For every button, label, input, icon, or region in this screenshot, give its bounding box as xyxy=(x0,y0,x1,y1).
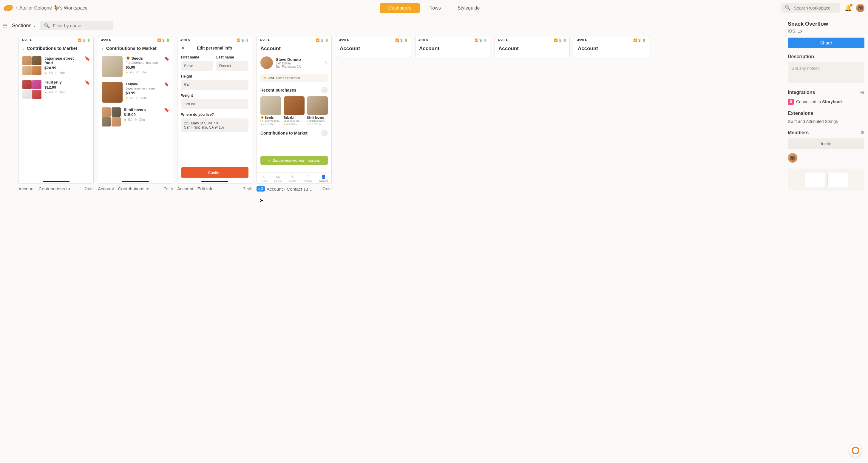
screen-label: Account - Contributions to … xyxy=(19,186,83,191)
right-panel: Snack Overflow iOS, 1x Share Description… xyxy=(783,16,868,463)
screen-thumbnail[interactable]: 4:20 ➤📶 📡 🔋 ✕ Edit personal info First n… xyxy=(177,36,252,184)
notes-input[interactable]: Got any notes? xyxy=(788,62,864,83)
screen-thumbnail[interactable]: 4:20 ➤📶 📡 🔋Account xyxy=(415,36,490,57)
home-icon: ⌂ xyxy=(260,175,267,179)
svg-point-4 xyxy=(3,27,3,27)
wishlist-icon: ♡ xyxy=(303,175,312,179)
arrow-right-icon: → xyxy=(321,130,328,136)
svg-point-0 xyxy=(4,5,12,11)
search-icon: 🔍 xyxy=(785,5,791,11)
edit-icon: ✎ xyxy=(325,61,328,65)
svg-point-3 xyxy=(3,25,3,26)
canvas-area: Sections ⌄ 🔍 4:20 ➤ 📶 📡 🔋 ‹ Contribution… xyxy=(0,16,783,463)
ticket-icon: 🎟 xyxy=(264,76,267,80)
help-button[interactable] xyxy=(849,444,862,457)
confirm-button: Confirm xyxy=(181,167,248,178)
back-chevron-icon[interactable]: ‹ xyxy=(16,4,18,11)
sections-label: Sections xyxy=(12,23,31,29)
account-icon: 👤 xyxy=(319,175,328,179)
screen-thumbnail[interactable]: 4:20 ➤📶 📡 🔋Account xyxy=(495,36,570,57)
layers-badge[interactable]: ≡3 xyxy=(256,186,265,191)
profile-avatar xyxy=(260,56,273,69)
screen-thumbnail[interactable]: 4:20 ➤📶 📡 🔋 ‹ Contributions to Market 🌻 … xyxy=(98,36,173,184)
add-integration-icon[interactable]: ⊕ xyxy=(860,89,864,96)
nav-tabs: Dashboard Flows Styleguide xyxy=(380,3,488,13)
market-icon: 🛍 xyxy=(274,175,281,179)
description-heading: Description xyxy=(788,54,864,59)
member-avatar[interactable]: 🐻 xyxy=(788,153,797,162)
screen-thumbnail[interactable]: 4:20 ➤ 📶 📡 🔋 ‹ Contributions to Market J… xyxy=(19,36,94,184)
screen-thumbnail[interactable]: 4:20 ➤📶 📡 🔋 Account Steve Donuto 5'4" 12… xyxy=(256,36,332,184)
create-icon: ✎ xyxy=(289,175,296,179)
search-input[interactable] xyxy=(794,5,836,10)
screen-title: Contributions to Market xyxy=(27,45,77,51)
notifications-icon[interactable]: 🔔 xyxy=(844,4,852,12)
extension-item[interactable]: Swift and Attributed Strings xyxy=(788,119,864,124)
check-icon: ✓ xyxy=(268,158,271,162)
workspace-title[interactable]: Atelier Cologne 🦆's Workspace xyxy=(20,5,88,11)
close-icon: ✕ xyxy=(181,45,185,51)
screen-thumbnail[interactable]: 4:20 ➤📶 📡 🔋Account xyxy=(336,36,411,57)
integrations-heading: Integrations xyxy=(788,90,815,95)
bookmark-icon: 🔖 xyxy=(85,56,90,75)
tab-flows[interactable]: Flows xyxy=(420,3,449,13)
sections-dropdown[interactable]: Sections ⌄ xyxy=(12,23,36,29)
screen-thumbnail[interactable]: 4:20 ➤📶 📡 🔋Account xyxy=(574,36,649,57)
list-item: Fruit jelly $12.99 ★4.3 ⏱15m 🔖 xyxy=(19,78,93,101)
project-platform: iOS, 1x xyxy=(788,28,864,33)
list-item: Japanese street food $24.99 ★5.0 ⏱30m 🔖 xyxy=(19,54,93,78)
filter-input[interactable] xyxy=(53,23,110,28)
filter-box[interactable]: 🔍 xyxy=(40,21,113,30)
user-avatar[interactable]: 🐻 xyxy=(856,4,864,12)
back-icon: ‹ xyxy=(102,46,103,51)
workspace-search[interactable]: 🔍 xyxy=(781,3,840,12)
layers-icon: ≡ xyxy=(258,187,260,191)
screens-grid: 4:20 ➤ 📶 📡 🔋 ‹ Contributions to Market J… xyxy=(0,36,783,191)
invite-button[interactable]: Invite xyxy=(788,138,864,149)
canvas-toolbar: Sections ⌄ 🔍 xyxy=(0,21,783,36)
project-title: Snack Overflow xyxy=(788,21,864,27)
back-icon: ‹ xyxy=(22,46,24,51)
svg-point-2 xyxy=(3,24,3,25)
filter-search-icon: 🔍 xyxy=(44,23,50,28)
phone-status-bar: 4:20 ➤ 📶 📡 🔋 xyxy=(19,36,93,44)
integration-item[interactable]: S Connected to Storybook xyxy=(788,99,864,105)
sections-icon[interactable] xyxy=(2,23,8,28)
extensions-heading: Extensions xyxy=(788,111,864,116)
chevron-down-icon: ⌄ xyxy=(33,24,36,28)
tab-styleguide[interactable]: Styleguide xyxy=(449,3,488,13)
top-header: ‹ Atelier Cologne 🦆's Workspace Dashboar… xyxy=(0,0,868,16)
storybook-icon: S xyxy=(788,99,794,105)
screen-age: 7mth xyxy=(85,186,94,191)
app-logo[interactable] xyxy=(4,4,13,12)
toast-message: ✓ Support received your message. xyxy=(260,156,328,165)
share-button[interactable]: Share xyxy=(788,38,864,48)
life-ring-icon xyxy=(851,446,859,454)
preview-area xyxy=(788,168,864,191)
settings-icon[interactable]: ⚙ xyxy=(860,130,864,135)
arrow-right-icon: → xyxy=(321,87,328,93)
members-heading: Members xyxy=(788,130,809,135)
bookmark-icon: 🔖 xyxy=(85,80,90,99)
tab-dashboard[interactable]: Dashboard xyxy=(380,3,420,13)
